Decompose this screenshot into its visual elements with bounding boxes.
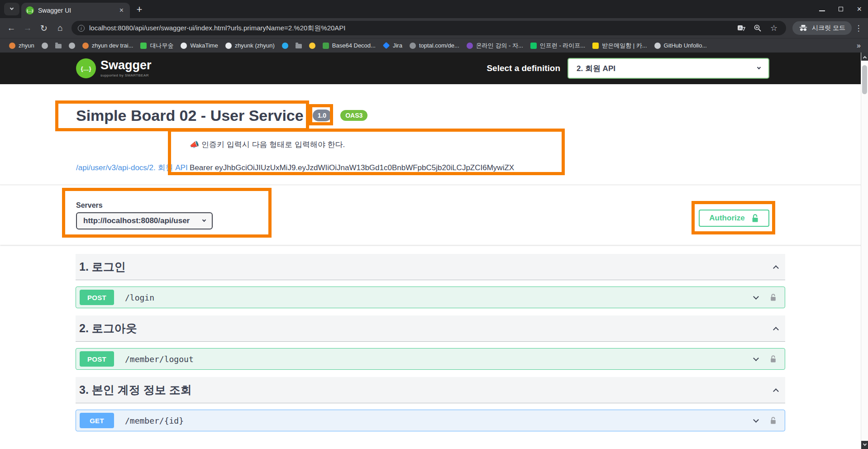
bookmark-favicon-icon: [42, 43, 48, 49]
bookmark-label: zhyun: [19, 42, 34, 49]
oas3-badge: OAS3: [340, 110, 367, 121]
swagger-page: Simple Board 02 - User Service 1.0 OAS3 …: [0, 84, 868, 449]
bookmark-item[interactable]: 대나무숲: [137, 40, 177, 51]
bookmark-item[interactable]: [305, 41, 319, 50]
version-badge: 1.0: [313, 110, 331, 121]
bookmark-label: 인프런 - 라이프...: [540, 42, 585, 50]
bookmark-item[interactable]: 온라인 강의 - 자...: [463, 40, 527, 51]
bookmark-item[interactable]: [278, 41, 292, 50]
bookmark-favicon-icon: [323, 43, 329, 49]
swagger-brand-subtext: supported by SMARTBEAR: [100, 73, 152, 77]
bookmark-item[interactable]: [292, 41, 305, 50]
bookmark-item[interactable]: 받은메일함 | 카...: [589, 40, 650, 51]
incognito-icon: [799, 25, 808, 31]
new-tab-button[interactable]: +: [133, 3, 146, 16]
bookmark-label: 받은메일함 | 카...: [602, 42, 647, 50]
back-button[interactable]: ←: [4, 20, 19, 36]
section-header-logout[interactable]: 2. 로그아웃: [76, 315, 785, 342]
section-header-login[interactable]: 1. 로그인: [76, 254, 785, 280]
page-scrollbar[interactable]: [861, 53, 868, 449]
select-definition-label: Select a definition: [486, 63, 560, 73]
chevron-up-icon: [863, 56, 866, 59]
chevron-down-icon[interactable]: [753, 355, 759, 361]
api-description: 📣 인증키 입력시 다음 형태로 입력해야 한다. Bearer eyJhbGc…: [190, 139, 514, 172]
tab-strip: {…} Swagger UI × + ×: [0, 0, 868, 18]
section-header-account-info[interactable]: 3. 본인 계정 정보 조회: [76, 377, 785, 403]
operation-path: /member/logout: [125, 354, 194, 364]
lock-icon[interactable]: [770, 355, 777, 363]
minimize-button[interactable]: [819, 5, 825, 13]
incognito-label: 시크릿 모드: [812, 24, 845, 32]
bookmark-favicon-icon: [383, 42, 390, 49]
bookmark-item[interactable]: zhyun dev trai...: [79, 41, 137, 50]
browser-tab[interactable]: {…} Swagger UI ×: [21, 3, 130, 18]
bookmark-item[interactable]: GitHub Unfollo...: [651, 41, 711, 50]
chevron-down-icon[interactable]: [753, 294, 759, 300]
definition-select[interactable]: 2. 회원 API: [568, 58, 769, 79]
bookmark-label: Base64 Decod...: [332, 42, 376, 49]
scroll-down-button[interactable]: [861, 441, 868, 449]
lock-icon[interactable]: [770, 416, 777, 425]
operation-row-post-logout[interactable]: POST /member/logout: [76, 348, 785, 370]
bookmark-favicon-icon: [225, 43, 232, 49]
bookmark-item[interactable]: Jira: [379, 41, 406, 50]
bookmark-item[interactable]: Base64 Decod...: [319, 41, 379, 50]
spec-link[interactable]: /api/user/v3/api-docs/2. 회원 API: [76, 162, 188, 173]
restore-button[interactable]: [839, 5, 843, 13]
site-info-icon[interactable]: i: [78, 25, 85, 32]
bookmark-label: 온라인 강의 - 자...: [476, 42, 523, 50]
bookmark-item[interactable]: zhyun: [5, 41, 38, 50]
bookmarks-bar: zhyun zhyun dev trai... 대나무숲 WakaTime zh…: [0, 38, 868, 53]
operation-row-get-member[interactable]: GET /member/{id}: [76, 410, 785, 431]
browser-toolbar: ← → ↻ ⌂ i localhost:8080/api/user/swagge…: [0, 18, 868, 38]
chevron-down-icon: [10, 6, 14, 10]
bookmark-item[interactable]: [52, 41, 65, 50]
bookmark-favicon-icon: [592, 43, 599, 49]
bookmark-item[interactable]: [38, 41, 52, 50]
chevron-down-icon[interactable]: [753, 417, 759, 423]
authorize-button[interactable]: Authorize: [699, 210, 769, 227]
home-button[interactable]: ⌂: [52, 20, 68, 36]
bookmark-favicon-icon: [467, 43, 473, 49]
translate-icon[interactable]: A: [735, 24, 747, 32]
chevron-up-icon[interactable]: [773, 327, 779, 333]
operations-list: 1. 로그인 POST /login 2. 로그아웃 POST /member/…: [0, 245, 868, 431]
bookmark-item[interactable]: 인프런 - 라이프...: [527, 40, 589, 51]
bookmark-favicon-icon: [530, 43, 537, 49]
reload-button[interactable]: ↻: [36, 20, 52, 36]
bookmark-item[interactable]: toptal.com/de...: [406, 41, 463, 50]
browser-menu-button[interactable]: ⋮: [853, 24, 864, 33]
chevron-up-icon[interactable]: [773, 388, 779, 394]
operation-row-post-login[interactable]: POST /login: [76, 287, 785, 308]
chevron-down-icon: [863, 442, 866, 446]
bookmark-favicon-icon: [181, 43, 187, 49]
bookmark-label: zhyun dev trai...: [92, 42, 134, 49]
bookmark-label: GitHub Unfollo...: [664, 42, 707, 49]
version-badge-wrap: 1.0: [313, 111, 331, 119]
bookmark-item[interactable]: WakaTime: [177, 41, 221, 50]
incognito-badge: 시크릿 모드: [792, 21, 852, 35]
bookmark-favicon-icon: [82, 43, 89, 49]
definition-selected-value: 2. 회원 API: [577, 63, 615, 74]
lock-icon[interactable]: [770, 293, 777, 302]
zoom-page-icon[interactable]: [752, 24, 763, 32]
bookmark-item[interactable]: [65, 41, 79, 50]
servers-select[interactable]: http://localhost:8080/api/user: [76, 212, 213, 229]
tab-search-button[interactable]: [4, 3, 19, 15]
bookmark-item[interactable]: zhyunk (zhyun): [222, 41, 278, 50]
chevron-up-icon[interactable]: [773, 265, 779, 271]
address-bar[interactable]: i localhost:8080/api/user/swagger-ui/ind…: [72, 21, 786, 35]
swagger-logo-icon: {…}: [76, 58, 96, 78]
bookmark-star-icon[interactable]: ☆: [768, 23, 780, 33]
chevron-down-icon: [202, 218, 206, 222]
tab-close-button[interactable]: ×: [118, 6, 125, 14]
description-line-1: 📣 인증키 입력시 다음 형태로 입력해야 한다.: [190, 139, 514, 150]
api-section-account-info: 3. 본인 계정 정보 조회 GET /member/{id}: [76, 377, 785, 431]
forward-button[interactable]: →: [20, 20, 35, 36]
scrollbar-thumb[interactable]: [862, 65, 867, 94]
method-badge: POST: [80, 351, 114, 367]
close-window-button[interactable]: ×: [857, 5, 862, 13]
bookmarks-overflow-button[interactable]: »: [855, 42, 863, 50]
scroll-up-button[interactable]: [861, 53, 868, 61]
tab-title: Swagger UI: [38, 7, 114, 14]
